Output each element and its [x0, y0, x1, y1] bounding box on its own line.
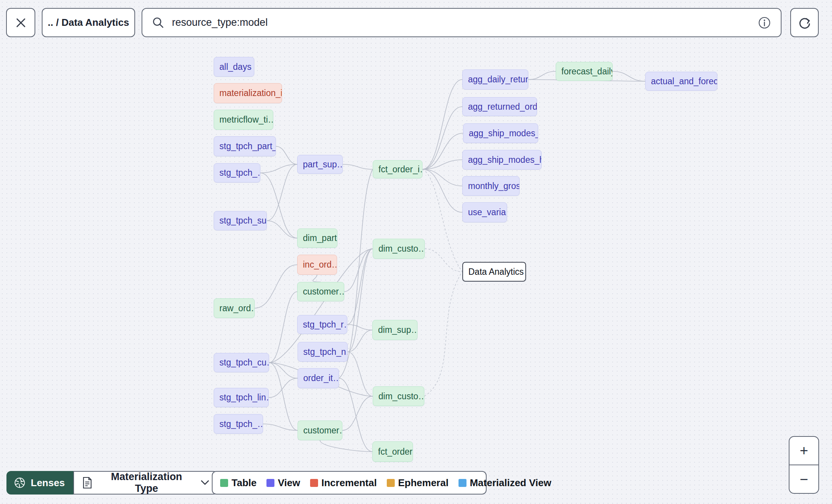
lineage-edge — [276, 146, 297, 165]
graph-node[interactable]: forecast_daily… — [556, 62, 613, 81]
info-icon[interactable] — [757, 16, 772, 30]
graph-node[interactable]: inc_ord… — [297, 255, 337, 275]
legend-swatch — [387, 479, 395, 487]
graph-node[interactable]: fct_orders — [372, 441, 413, 462]
graph-node[interactable]: agg_daily_retur… — [462, 69, 528, 90]
search-bar[interactable] — [142, 8, 782, 37]
lineage-edge-dashed — [425, 249, 462, 272]
lineage-edge — [422, 80, 462, 170]
zoom-controls: + − — [789, 436, 819, 494]
lineage-edge — [348, 249, 373, 352]
breadcrumb-label: .. / Data Analytics — [48, 17, 129, 28]
close-icon — [14, 16, 27, 29]
graph-node[interactable]: stg_tpch_… — [214, 163, 260, 183]
materialization-type-label: Materialization Type — [98, 471, 195, 495]
lineage-edge — [320, 440, 372, 452]
graph-node[interactable]: customer… — [297, 282, 344, 301]
close-button[interactable] — [6, 8, 35, 37]
lineage-edge — [339, 378, 372, 452]
graph-node[interactable]: agg_returned_orde… — [462, 97, 537, 116]
graph-node[interactable]: stg_tpch_part_… — [214, 136, 276, 156]
lineage-edge — [267, 164, 297, 221]
lineage-edge — [269, 363, 298, 378]
graph-node[interactable]: stg_tpch_cu… — [214, 353, 269, 372]
legend-label: Incremental — [321, 477, 377, 489]
legend-swatch — [459, 479, 466, 487]
lineage-edge-dashed — [424, 272, 462, 396]
graph-node[interactable]: actual_and_foreca… — [645, 72, 717, 91]
legend-swatch — [266, 479, 274, 487]
graph-node[interactable]: part_sup… — [297, 155, 343, 174]
lineage-edge — [255, 265, 297, 309]
lineage-edge — [422, 169, 462, 213]
lineage-edge — [422, 107, 462, 169]
legend-item: View — [266, 477, 300, 489]
lineage-edge — [422, 133, 463, 169]
graph-node[interactable]: stg_tpch_r… — [297, 315, 347, 334]
graph-node[interactable]: Data Analytics | … — [462, 262, 526, 282]
lineage-edge — [263, 424, 298, 430]
legend-label: Ephemeral — [398, 477, 449, 489]
lineage-edge — [269, 363, 298, 431]
lineage-canvas[interactable]: all_daysmaterialization_i…metricflow_ti…… — [0, 0, 832, 504]
zoom-out-button[interactable]: − — [789, 465, 818, 493]
graph-node[interactable]: stg_tpch_n… — [298, 342, 348, 362]
legend-swatch — [310, 479, 318, 487]
lineage-edge — [348, 330, 372, 352]
legend-label: View — [278, 477, 300, 489]
graph-node[interactable]: fct_order_i… — [373, 160, 422, 178]
chevron-down-icon — [200, 480, 210, 486]
aperture-icon — [13, 476, 26, 489]
graph-node[interactable]: dim_parts — [297, 228, 337, 248]
graph-node[interactable]: agg_ship_modes_d… — [463, 123, 538, 143]
lineage-edge — [344, 249, 373, 292]
legend-item: Incremental — [310, 477, 377, 489]
search-icon — [151, 16, 165, 30]
breadcrumb[interactable]: .. / Data Analytics — [42, 8, 135, 37]
graph-node[interactable]: stg_tpch_su… — [214, 211, 267, 230]
lineage-edge — [313, 275, 321, 282]
lenses-button[interactable]: Lenses — [6, 471, 73, 495]
lineage-edge — [269, 378, 298, 398]
graph-node[interactable]: dim_custo… — [373, 239, 425, 259]
search-input[interactable] — [171, 16, 751, 29]
legend-item: Table — [220, 477, 257, 489]
lineage-edge-dashed — [422, 169, 462, 272]
legend-label: Materialized View — [470, 477, 552, 489]
graph-node[interactable]: monthly_gross… — [462, 176, 520, 196]
graph-node[interactable]: dim_sup… — [372, 320, 418, 340]
graph-node[interactable]: raw_ord… — [214, 298, 255, 318]
document-icon — [82, 476, 93, 489]
zoom-in-button[interactable]: + — [789, 437, 818, 465]
lineage-edge — [269, 292, 297, 363]
graph-node[interactable]: stg_tpch_… — [214, 414, 263, 434]
lineage-edge — [422, 169, 462, 186]
graph-node[interactable]: materialization_i… — [214, 83, 282, 103]
legend-swatch — [220, 479, 228, 487]
graph-node[interactable]: order_it… — [298, 368, 339, 388]
graph-node[interactable]: stg_tpch_lin… — [214, 388, 269, 407]
legend-item: Ephemeral — [387, 477, 449, 489]
materialization-legend: TableViewIncrementalEphemeralMaterialize… — [212, 471, 487, 495]
lineage-edge — [267, 221, 297, 238]
materialization-type-selector[interactable]: Materialization Type — [73, 471, 218, 495]
lineage-edge — [422, 160, 462, 169]
lineage-edge — [343, 164, 373, 169]
lineage-edge — [347, 249, 373, 325]
lineage-edge — [348, 352, 373, 396]
lineage-edge — [342, 396, 373, 430]
graph-node[interactable]: dim_custo… — [373, 386, 424, 406]
legend-label: Table — [232, 477, 257, 489]
graph-node[interactable]: metricflow_ti… — [214, 110, 273, 130]
refresh-button[interactable] — [790, 8, 819, 37]
legend-item: Materialized View — [459, 477, 552, 489]
graph-node[interactable]: agg_ship_modes_ha… — [462, 150, 542, 170]
refresh-icon — [797, 15, 812, 30]
lineage-edge — [260, 164, 297, 173]
lineage-edge — [347, 324, 372, 330]
graph-node[interactable]: customer… — [298, 421, 342, 440]
graph-node[interactable]: use_varia… — [462, 202, 507, 222]
lineage-edge — [528, 71, 556, 80]
graph-node[interactable]: all_days — [214, 57, 254, 77]
lineage-edge — [613, 71, 645, 81]
